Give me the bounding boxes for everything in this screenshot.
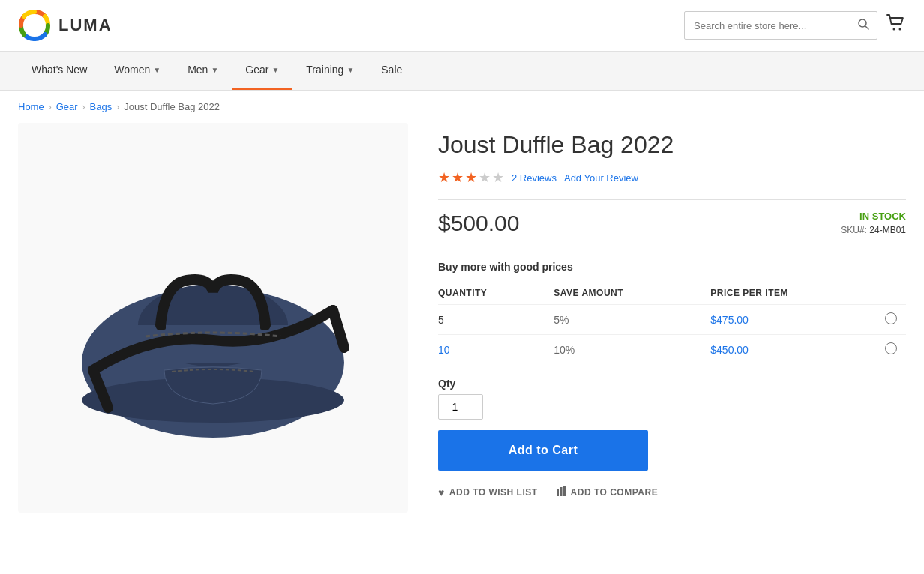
breadcrumb-sep-2: › xyxy=(82,102,86,112)
review-count-link[interactable]: 2 Reviews xyxy=(512,172,556,184)
star-1: ★ xyxy=(438,169,450,186)
qty-section: Qty xyxy=(438,378,906,420)
nav-link-gear[interactable]: Gear ▼ xyxy=(232,52,292,90)
bulk-price-2: $450.00 xyxy=(710,335,884,365)
bulk-qty-2: 10 xyxy=(438,335,554,365)
chevron-down-icon: ▼ xyxy=(272,66,279,74)
nav-link-whats-new[interactable]: What's New xyxy=(18,52,100,88)
svg-rect-13 xyxy=(563,486,566,496)
breadcrumb-current: Joust Duffle Bag 2022 xyxy=(124,101,220,112)
add-review-link[interactable]: Add Your Review xyxy=(564,172,638,184)
nav-link-sale[interactable]: Sale xyxy=(368,52,416,88)
save-column-header: SAVE AMOUNT xyxy=(554,282,710,305)
add-to-cart-button[interactable]: Add to Cart xyxy=(438,430,648,471)
stock-sku-area: IN STOCK SKU#: 24-MB01 xyxy=(841,211,906,235)
bulk-pricing: Buy more with good prices QUANTITY SAVE … xyxy=(438,261,906,364)
breadcrumb: Home › Gear › Bags › Joust Duffle Bag 20… xyxy=(0,91,924,123)
product-price: $500.00 xyxy=(438,211,519,236)
svg-rect-10 xyxy=(260,324,269,330)
select-column-header xyxy=(884,282,906,305)
compare-bars-icon xyxy=(556,486,566,496)
breadcrumb-home[interactable]: Home xyxy=(18,101,44,112)
bag-illustration xyxy=(56,160,370,475)
breadcrumb-gear[interactable]: Gear xyxy=(56,101,78,112)
search-input[interactable] xyxy=(685,14,850,37)
star-3: ★ xyxy=(465,169,477,186)
bulk-pricing-table: QUANTITY SAVE AMOUNT PRICE PER ITEM 5 5%… xyxy=(438,282,906,364)
svg-rect-11 xyxy=(556,489,559,496)
main-content: Joust Duffle Bag 2022 ★ ★ ★ ★ ★ 2 Review… xyxy=(0,123,924,543)
heart-icon: ♥ xyxy=(438,486,445,498)
product-image-area xyxy=(18,123,408,513)
svg-point-3 xyxy=(893,28,896,31)
qty-input[interactable] xyxy=(438,394,483,420)
search-icon xyxy=(857,18,869,30)
product-title: Joust Duffle Bag 2022 xyxy=(438,130,906,159)
divider xyxy=(438,247,906,247)
svg-rect-12 xyxy=(560,487,562,496)
star-2: ★ xyxy=(452,169,464,186)
cart-button[interactable] xyxy=(886,14,906,37)
bulk-pricing-title: Buy more with good prices xyxy=(438,261,906,273)
chevron-down-icon: ▼ xyxy=(346,66,354,74)
nav-item-gear: Gear ▼ xyxy=(232,52,292,90)
chevron-down-icon: ▼ xyxy=(211,66,218,74)
stock-status: IN STOCK xyxy=(841,211,906,222)
svg-line-2 xyxy=(866,26,868,29)
price-column-header: PRICE PER ITEM xyxy=(710,282,884,305)
bulk-save-2: 10% xyxy=(554,335,710,365)
qty-column-header: QUANTITY xyxy=(438,282,554,305)
nav-item-sale: Sale xyxy=(368,52,416,90)
cart-icon xyxy=(886,14,906,32)
bulk-radio-2-cell xyxy=(884,335,906,365)
bulk-radio-1-cell xyxy=(884,305,906,335)
header: LUMA xyxy=(0,0,924,52)
qty-label: Qty xyxy=(438,378,906,390)
luma-logo-icon xyxy=(18,9,51,42)
svg-point-4 xyxy=(899,28,902,31)
bulk-radio-2[interactable] xyxy=(885,342,897,354)
breadcrumb-sep-1: › xyxy=(49,102,52,112)
nav-list: What's New Women ▼ Men ▼ Gear ▼ Training xyxy=(18,52,906,90)
nav-bar: What's New Women ▼ Men ▼ Gear ▼ Training xyxy=(0,52,924,91)
bulk-row-1: 5 5% $475.00 xyxy=(438,305,906,335)
nav-item-training: Training ▼ xyxy=(292,52,368,90)
rating-area: ★ ★ ★ ★ ★ 2 Reviews Add Your Review xyxy=(438,169,906,186)
logo-area: LUMA xyxy=(18,9,112,42)
price-stock-row: $500.00 IN STOCK SKU#: 24-MB01 xyxy=(438,199,906,236)
add-to-wishlist-link[interactable]: ♥ ADD TO WISH LIST xyxy=(438,486,538,498)
nav-link-training[interactable]: Training ▼ xyxy=(292,52,368,88)
wishlist-label: ADD TO WISH LIST xyxy=(449,487,538,498)
nav-link-men[interactable]: Men ▼ xyxy=(174,52,232,88)
svg-rect-9 xyxy=(157,324,166,330)
bulk-price-1: $475.00 xyxy=(710,305,884,335)
product-actions: ♥ ADD TO WISH LIST ADD TO COMPARE xyxy=(438,486,906,498)
search-button[interactable] xyxy=(850,12,877,39)
chevron-down-icon: ▼ xyxy=(153,66,160,74)
nav-item-women: Women ▼ xyxy=(100,52,174,90)
breadcrumb-sep-3: › xyxy=(116,102,119,112)
star-4: ★ xyxy=(478,169,490,186)
search-box xyxy=(684,11,878,40)
sku-line: SKU#: 24-MB01 xyxy=(841,225,906,235)
nav-item-whats-new: What's New xyxy=(18,52,100,90)
compare-icon xyxy=(556,486,566,498)
star-rating: ★ ★ ★ ★ ★ xyxy=(438,169,504,186)
bulk-qty-1: 5 xyxy=(438,305,554,335)
product-details: Joust Duffle Bag 2022 ★ ★ ★ ★ ★ 2 Review… xyxy=(438,123,906,513)
nav-item-men: Men ▼ xyxy=(174,52,232,90)
sku-label: SKU#: xyxy=(841,225,867,235)
product-image xyxy=(18,123,408,513)
star-5: ★ xyxy=(492,169,504,186)
header-right xyxy=(684,11,906,40)
add-to-compare-link[interactable]: ADD TO COMPARE xyxy=(556,486,658,498)
nav-link-women[interactable]: Women ▼ xyxy=(100,52,174,88)
bulk-row-2: 10 10% $450.00 xyxy=(438,335,906,365)
bulk-save-1: 5% xyxy=(554,305,710,335)
sku-value: 24-MB01 xyxy=(869,225,906,235)
breadcrumb-bags[interactable]: Bags xyxy=(90,101,112,112)
bulk-table-header-row: QUANTITY SAVE AMOUNT PRICE PER ITEM xyxy=(438,282,906,305)
bulk-radio-1[interactable] xyxy=(885,312,897,324)
compare-label: ADD TO COMPARE xyxy=(571,487,658,498)
logo-text: LUMA xyxy=(58,16,112,35)
